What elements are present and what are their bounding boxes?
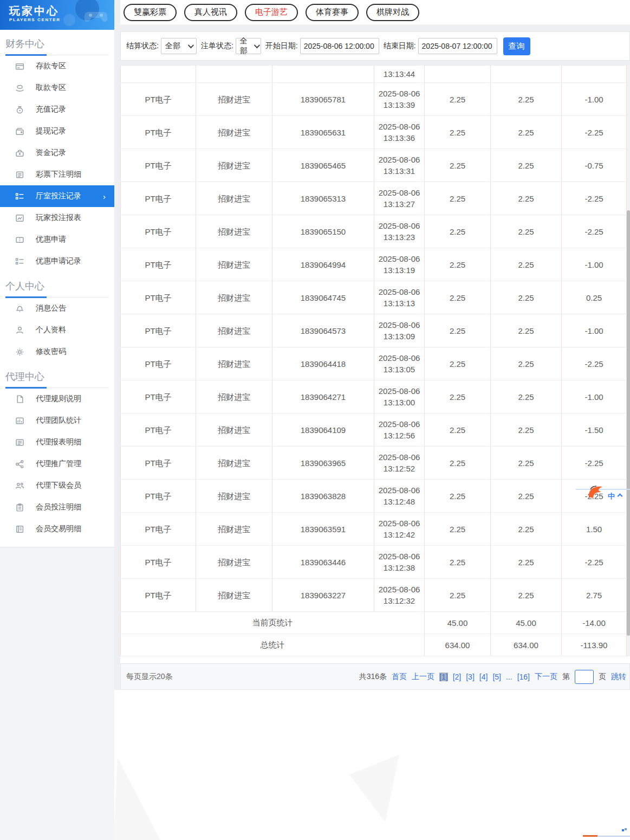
sidebar-item-hall-bet-records[interactable]: 厅室投注记录 ›	[0, 185, 114, 207]
sidebar-item-recharge-records[interactable]: 充值记录	[0, 99, 114, 120]
bank-card-icon	[15, 62, 24, 71]
sidebar-item-player-bet-report[interactable]: 玩家投注报表	[0, 207, 114, 229]
cell-order-no: 1839064994	[272, 248, 374, 281]
page-number-link[interactable]: [5]	[492, 673, 501, 681]
total-summary-valid: 634.00	[491, 634, 562, 656]
cell-game: 招财进宝	[196, 182, 272, 215]
cell-time: 2025-08-06 13:13:23	[374, 215, 425, 248]
sidebar-item-agent-rules[interactable]: 代理规则说明	[0, 388, 114, 410]
settle-status-select[interactable]: 全部	[161, 38, 197, 54]
cell-time: 2025-08-06 13:13:00	[374, 380, 425, 413]
sidebar-item-label: 彩票下注明细	[36, 170, 81, 179]
page-number-link[interactable]: [3]	[466, 673, 475, 681]
money-bag-icon	[15, 105, 24, 114]
search-button[interactable]: 查询	[503, 37, 530, 55]
table-row-partial: 13:13:44	[121, 66, 627, 83]
sidebar-item-member-transaction-details[interactable]: 会员交易明细	[0, 518, 114, 540]
sidebar-item-label: 玩家投注报表	[36, 213, 81, 223]
table-scrollbar-track[interactable]	[627, 65, 630, 656]
nav-electronic-games-button[interactable]: 电子游艺	[245, 4, 298, 21]
sidebar-section-personal: 个人中心	[5, 272, 109, 298]
pagination-bar: 每页显示20条 共316条 首页 上一页 [1] [2] [3] [4] [5]…	[120, 663, 630, 690]
sidebar-item-profile[interactable]: 个人资料	[0, 319, 114, 341]
cell-order-no: 1839063591	[272, 513, 374, 546]
page-number-link[interactable]: [1]	[439, 673, 448, 681]
sidebar-item-agent-report-details[interactable]: 代理报表明细	[0, 431, 114, 453]
pagination-controls: 共316条 首页 上一页 [1] [2] [3] [4] [5] ... [16…	[359, 670, 626, 684]
sidebar-item-promo-apply-records[interactable]: 优惠申请记录	[0, 250, 114, 272]
sidebar-item-member-bet-details[interactable]: 会员投注明细	[0, 496, 114, 518]
players-center-page: 玩家中心 PLAYERS CENTER 财务中心 存款专区 取款专区 充值记录 …	[0, 0, 630, 840]
sidebar-item-label: 代理推广管理	[36, 459, 81, 469]
ledger-icon	[15, 525, 24, 534]
cell-time: 2025-08-06 13:12:38	[374, 546, 425, 579]
cell-game: 招财进宝	[196, 83, 272, 116]
sidebar-item-withdraw-records[interactable]: 提现记录	[0, 120, 114, 142]
page-number-link[interactable]: [4]	[479, 673, 488, 681]
background-triangle-decor-2	[349, 754, 399, 822]
jump-suffix-label: 页	[599, 672, 606, 682]
sidebar-item-promo-apply[interactable]: 优惠申请	[0, 229, 114, 250]
sidebar-item-agent-promotion[interactable]: 代理推广管理	[0, 453, 114, 475]
sidebar-item-change-password[interactable]: 修改密码	[0, 341, 114, 363]
share-icon	[15, 460, 24, 469]
sidebar-item-label: 消息公告	[36, 303, 66, 313]
cell-time: 2025-08-06 13:13:31	[374, 149, 425, 182]
nav-lottery-button[interactable]: 雙赢彩票	[124, 4, 177, 21]
cell-platform: PT电子	[121, 513, 196, 546]
jump-button[interactable]: 跳转	[611, 672, 626, 682]
first-page-link[interactable]: 首页	[392, 672, 407, 682]
cell-platform: PT电子	[121, 447, 196, 480]
cell-valid-amount: 2.25	[491, 83, 562, 116]
language-label: 中	[608, 492, 615, 501]
cell-platform: PT电子	[121, 215, 196, 248]
sidebar-item-lottery-bet-details[interactable]: 彩票下注明细	[0, 164, 114, 185]
cell-valid-amount: 2.25	[491, 149, 562, 182]
cell-order-no: 1839064573	[272, 314, 374, 347]
cell-winloss: -0.75	[562, 149, 627, 182]
page-jump-input[interactable]	[575, 670, 594, 684]
nav-sports-button[interactable]: 体育赛事	[306, 4, 359, 21]
jump-prefix-label: 第	[562, 672, 570, 682]
cell-time: 2025-08-06 13:13:36	[374, 116, 425, 149]
cell-game: 招财进宝	[196, 248, 272, 281]
start-date-input[interactable]	[300, 38, 379, 54]
page-number-link[interactable]: [16]	[517, 673, 530, 681]
page-number-link[interactable]: [2]	[453, 673, 462, 681]
page-number-link[interactable]: ...	[506, 673, 512, 681]
table-row: PT电子 招财进宝 1839063591 2025-08-06 13:12:42…	[121, 513, 627, 546]
table-scrollbar-thumb[interactable]	[627, 210, 630, 636]
cell-winloss: -2.25	[562, 182, 627, 215]
cell-bet-amount: 2.25	[425, 579, 491, 612]
cell-game: 招财进宝	[196, 116, 272, 149]
nav-board-games-button[interactable]: 棋牌对战	[366, 4, 419, 21]
order-status-select[interactable]: 全部	[236, 38, 261, 54]
sidebar-item-deposit-zone[interactable]: 存款专区	[0, 55, 114, 77]
floating-service-widget[interactable]: 中	[576, 489, 630, 507]
table-row: PT电子 招财进宝 1839065150 2025-08-06 13:13:23…	[121, 215, 627, 248]
order-status-value: 全部	[240, 36, 251, 56]
sidebar-item-agent-sub-members[interactable]: 代理下级会员	[0, 475, 114, 496]
game-category-nav: 雙赢彩票 真人视讯 电子游艺 体育赛事 棋牌对战	[120, 0, 630, 24]
cell-time: 2025-08-06 13:13:27	[374, 182, 425, 215]
gear-icon	[15, 347, 24, 357]
sidebar-item-label: 充值记录	[36, 105, 66, 114]
next-page-link[interactable]: 下一页	[535, 672, 557, 682]
end-date-input[interactable]	[418, 38, 497, 54]
sidebar-item-announcements[interactable]: 消息公告	[0, 298, 114, 319]
sidebar-item-withdraw-zone[interactable]: 取款专区	[0, 77, 114, 99]
sidebar-item-label: 优惠申请	[36, 235, 66, 244]
sidebar-item-label: 代理规则说明	[36, 394, 81, 404]
cell-bet-amount: 2.25	[425, 480, 491, 513]
sidebar-item-fund-records[interactable]: 资金记录	[0, 142, 114, 164]
table-row: PT电子 招财进宝 1839065465 2025-08-06 13:13:31…	[121, 149, 627, 182]
orange-logo-icon	[587, 484, 606, 499]
cell-order-no: 1839063965	[272, 447, 374, 480]
cell-bet-amount: 2.25	[425, 83, 491, 116]
prev-page-link[interactable]: 上一页	[412, 672, 434, 682]
cell-order-no: 1839065631	[272, 116, 374, 149]
sidebar-item-agent-team-stats[interactable]: 代理团队统计	[0, 410, 114, 431]
nav-live-casino-button[interactable]: 真人视讯	[184, 4, 237, 21]
cell-platform: PT电子	[121, 480, 196, 513]
sidebar: 玩家中心 PLAYERS CENTER 财务中心 存款专区 取款专区 充值记录 …	[0, 0, 114, 547]
